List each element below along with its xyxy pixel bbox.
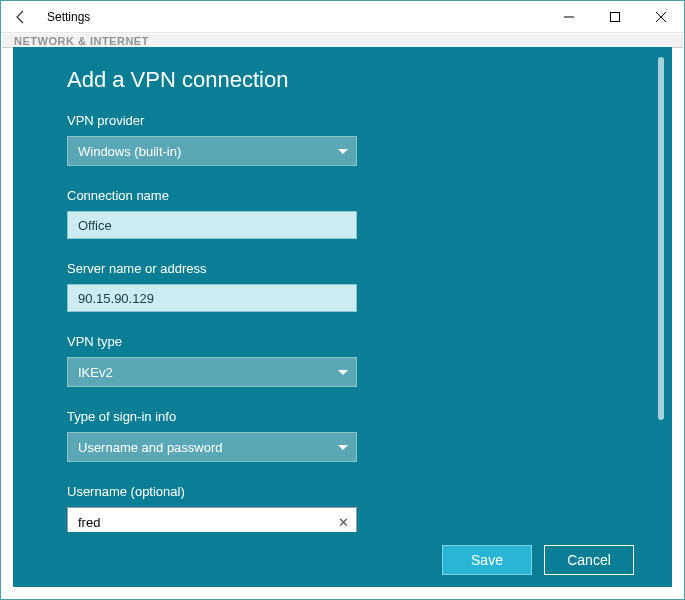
window-title: Settings xyxy=(41,10,546,24)
close-icon: ✕ xyxy=(338,515,349,530)
clear-input-button[interactable]: ✕ xyxy=(330,508,356,532)
vpn-dialog: Add a VPN connection VPN provider Window… xyxy=(13,47,672,587)
connection-name-input[interactable] xyxy=(67,211,357,239)
window-controls xyxy=(546,1,684,33)
field-vpn-type: VPN type IKEv2 xyxy=(67,334,618,387)
scrollbar-thumb[interactable] xyxy=(658,57,664,420)
field-vpn-provider: VPN provider Windows (built-in) xyxy=(67,113,618,166)
dialog-body: Add a VPN connection VPN provider Window… xyxy=(13,47,672,532)
connection-name-label: Connection name xyxy=(67,188,618,203)
dialog-title: Add a VPN connection xyxy=(67,67,618,93)
vpn-provider-value: Windows (built-in) xyxy=(78,144,181,159)
close-button[interactable] xyxy=(638,1,684,33)
field-signin-type: Type of sign-in info Username and passwo… xyxy=(67,409,618,462)
vpn-type-value: IKEv2 xyxy=(78,365,113,380)
username-input-wrap: ✕ xyxy=(67,507,357,532)
signin-type-select[interactable]: Username and password xyxy=(67,432,357,462)
vpn-type-select[interactable]: IKEv2 xyxy=(67,357,357,387)
svg-rect-1 xyxy=(611,12,620,21)
field-connection-name: Connection name xyxy=(67,188,618,239)
signin-type-label: Type of sign-in info xyxy=(67,409,618,424)
server-address-label: Server name or address xyxy=(67,261,618,276)
vpn-type-label: VPN type xyxy=(67,334,618,349)
background-header-text: NETWORK & INTERNET xyxy=(14,35,149,47)
chevron-down-icon xyxy=(338,370,348,375)
titlebar: Settings xyxy=(1,1,684,33)
cancel-button[interactable]: Cancel xyxy=(544,545,634,575)
server-address-input[interactable] xyxy=(67,284,357,312)
chevron-down-icon xyxy=(338,445,348,450)
username-label: Username (optional) xyxy=(67,484,618,499)
back-button[interactable] xyxy=(1,1,41,33)
minimize-button[interactable] xyxy=(546,1,592,33)
background-header: NETWORK & INTERNET xyxy=(2,34,683,48)
field-server-address: Server name or address xyxy=(67,261,618,312)
chevron-down-icon xyxy=(338,149,348,154)
vpn-provider-select[interactable]: Windows (built-in) xyxy=(67,136,357,166)
dialog-footer: Save Cancel xyxy=(13,532,672,587)
maximize-button[interactable] xyxy=(592,1,638,33)
field-username: Username (optional) ✕ xyxy=(67,484,618,532)
save-button[interactable]: Save xyxy=(442,545,532,575)
signin-type-value: Username and password xyxy=(78,440,223,455)
scrollbar[interactable] xyxy=(658,57,664,522)
vpn-provider-label: VPN provider xyxy=(67,113,618,128)
username-input[interactable] xyxy=(68,508,330,532)
